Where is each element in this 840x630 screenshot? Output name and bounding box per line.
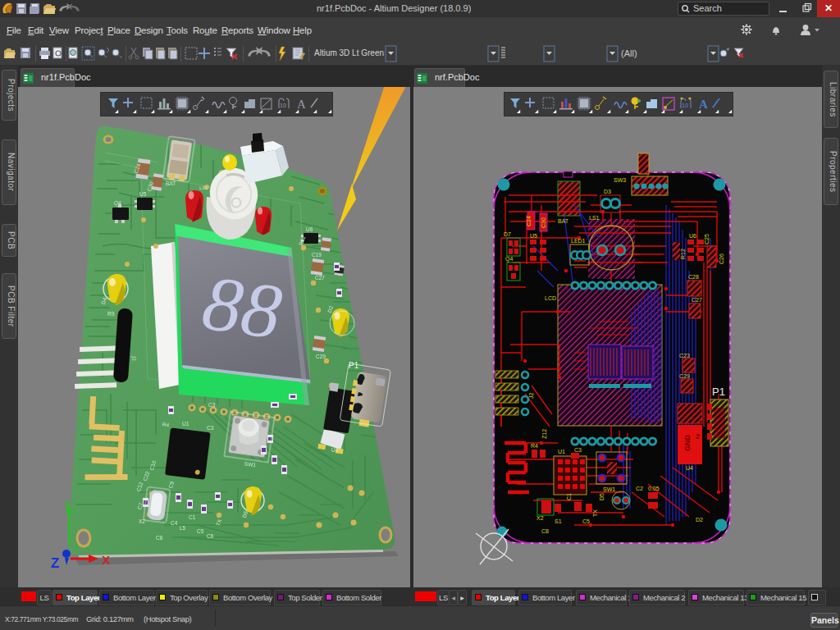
svg-text:BAT: BAT xyxy=(166,180,176,186)
svg-text:D3: D3 xyxy=(604,189,611,194)
svg-text:R4: R4 xyxy=(531,443,538,449)
svg-text:U6: U6 xyxy=(689,233,696,239)
svg-text:U4: U4 xyxy=(331,447,339,453)
svg-text:SW3: SW3 xyxy=(614,177,626,183)
svg-text:10: 10 xyxy=(280,103,286,108)
svg-text:D5: D5 xyxy=(599,493,605,500)
svg-text:C27: C27 xyxy=(692,297,702,303)
svg-text:LCD: LCD xyxy=(545,295,556,301)
svg-text:SW1: SW1 xyxy=(603,486,615,492)
svg-text:C5: C5 xyxy=(582,518,590,524)
svg-text:U1: U1 xyxy=(558,449,565,454)
svg-text:C29: C29 xyxy=(679,373,690,379)
svg-text:X2: X2 xyxy=(536,515,544,521)
svg-text:Z12: Z12 xyxy=(541,429,547,439)
svg-text:C1: C1 xyxy=(189,514,196,520)
svg-text:Y: Y xyxy=(64,500,71,511)
svg-text:C3: C3 xyxy=(207,425,214,431)
svg-text:C2: C2 xyxy=(636,486,643,491)
svg-text:C3: C3 xyxy=(574,447,582,453)
svg-text:R4: R4 xyxy=(162,421,170,427)
svg-text:P1: P1 xyxy=(349,361,359,370)
svg-text:C27: C27 xyxy=(315,275,325,281)
svg-text:C6: C6 xyxy=(207,533,214,539)
svg-text:D2: D2 xyxy=(696,517,703,523)
svg-text:R12: R12 xyxy=(680,249,686,259)
svg-text:A: A xyxy=(699,98,708,111)
svg-text:X: X xyxy=(102,553,110,567)
svg-text:10: 10 xyxy=(682,103,688,108)
svg-text:X2: X2 xyxy=(139,518,145,524)
svg-text:C24: C24 xyxy=(526,216,532,226)
svg-text:Q4: Q4 xyxy=(114,200,121,207)
svg-text:C19: C19 xyxy=(312,252,322,258)
svg-text:(All): (All) xyxy=(621,48,637,58)
svg-text:BAT: BAT xyxy=(558,218,569,224)
svg-text:C4: C4 xyxy=(171,520,178,526)
svg-text:TX: TX xyxy=(592,509,598,517)
svg-text:C25: C25 xyxy=(704,234,710,244)
svg-text:C8: C8 xyxy=(541,528,549,534)
svg-text:U6: U6 xyxy=(306,226,313,232)
svg-text:LED1: LED1 xyxy=(571,238,586,244)
svg-text:C23: C23 xyxy=(679,353,690,358)
svg-text:C1: C1 xyxy=(566,493,572,500)
svg-text:C5: C5 xyxy=(197,528,204,534)
svg-text:LS1: LS1 xyxy=(589,215,600,221)
svg-text:2: 2 xyxy=(696,432,700,441)
svg-text:A: A xyxy=(297,98,306,111)
svg-text:GND: GND xyxy=(683,435,692,452)
svg-text:Q4: Q4 xyxy=(505,256,513,262)
svg-text:D7: D7 xyxy=(504,231,511,237)
svg-text:C8: C8 xyxy=(156,535,163,541)
svg-text:C28: C28 xyxy=(688,274,699,280)
svg-text:LS1: LS1 xyxy=(199,185,208,190)
svg-text:U4: U4 xyxy=(686,465,693,471)
svg-text:Z: Z xyxy=(51,555,59,571)
svg-text:U5: U5 xyxy=(530,233,537,239)
svg-text:C29: C29 xyxy=(316,354,326,359)
svg-text:P1: P1 xyxy=(712,386,725,398)
svg-text:C3: C3 xyxy=(208,402,216,408)
svg-text:L5: L5 xyxy=(180,525,186,531)
svg-text:U1: U1 xyxy=(182,421,189,427)
svg-text:0.05: 0.05 xyxy=(648,486,660,491)
svg-text:C30: C30 xyxy=(541,217,546,228)
svg-text:S1: S1 xyxy=(555,518,562,524)
svg-text:C26: C26 xyxy=(719,253,724,264)
svg-text:J2: J2 xyxy=(528,393,534,399)
svg-text:R9: R9 xyxy=(107,311,115,317)
svg-text:U5: U5 xyxy=(139,191,147,197)
svg-text:88: 88 xyxy=(198,258,287,355)
